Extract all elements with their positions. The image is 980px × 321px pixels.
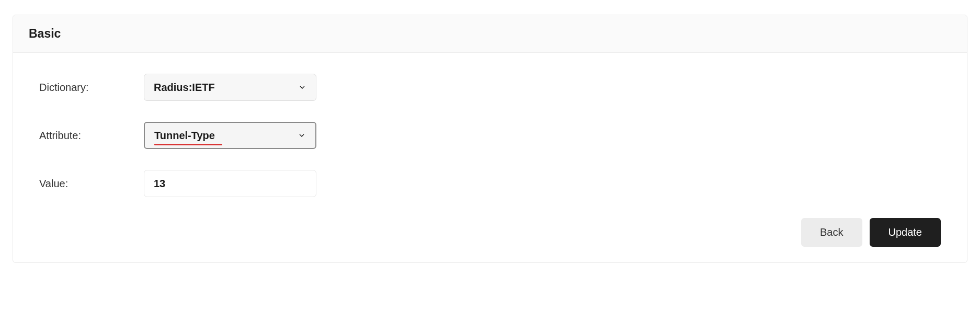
dictionary-value: Radius:IETF bbox=[154, 82, 298, 94]
panel-header: Basic bbox=[13, 15, 967, 53]
panel-title: Basic bbox=[29, 27, 61, 40]
underline-annotation bbox=[154, 144, 222, 145]
dictionary-row: Dictionary: Radius:IETF bbox=[39, 74, 941, 101]
attribute-label: Attribute: bbox=[39, 130, 144, 142]
attribute-select[interactable]: Tunnel-Type bbox=[144, 122, 316, 149]
back-button[interactable]: Back bbox=[801, 218, 862, 247]
attribute-value: Tunnel-Type bbox=[154, 130, 298, 142]
panel-body: Dictionary: Radius:IETF Attribute: Tunne… bbox=[13, 53, 967, 262]
value-input[interactable] bbox=[144, 170, 316, 197]
button-row: Back Update bbox=[39, 218, 941, 247]
chevron-down-icon bbox=[298, 83, 306, 91]
value-row: Value: bbox=[39, 170, 941, 197]
dictionary-label: Dictionary: bbox=[39, 82, 144, 94]
value-label: Value: bbox=[39, 178, 144, 190]
chevron-down-icon bbox=[298, 131, 306, 140]
dictionary-select[interactable]: Radius:IETF bbox=[144, 74, 316, 101]
attribute-row: Attribute: Tunnel-Type bbox=[39, 122, 941, 149]
basic-panel: Basic Dictionary: Radius:IETF Attribute:… bbox=[13, 15, 967, 263]
update-button[interactable]: Update bbox=[870, 218, 941, 247]
